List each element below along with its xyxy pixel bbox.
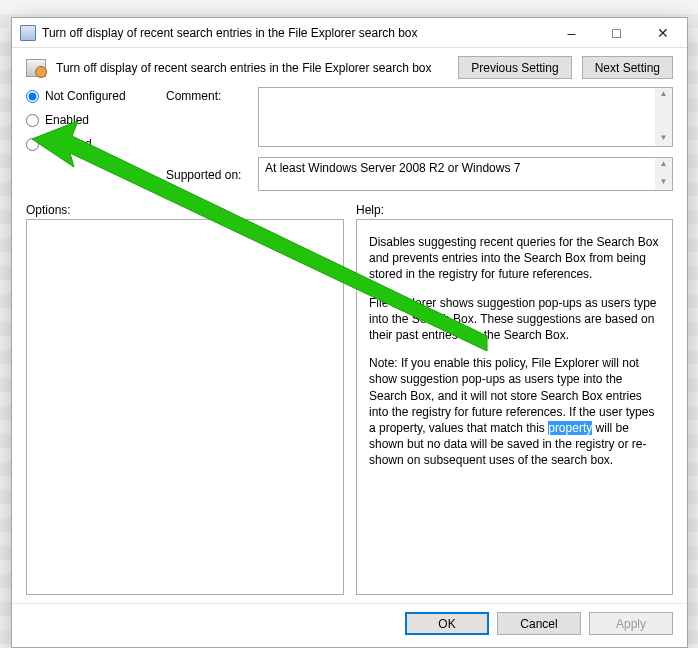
close-button[interactable]: ✕ (639, 19, 687, 47)
titlebar[interactable]: Turn off display of recent search entrie… (12, 18, 687, 48)
options-label: Options: (26, 203, 344, 217)
dialog-buttons: OK Cancel Apply (12, 603, 687, 647)
comment-row: Comment: ▲▼ (166, 87, 673, 147)
panes: Disables suggesting recent queries for t… (12, 217, 687, 603)
options-pane (26, 219, 344, 595)
policy-item-icon (26, 59, 46, 77)
radio-not-configured-label: Not Configured (45, 89, 126, 103)
radio-enabled[interactable]: Enabled (26, 113, 156, 127)
fields-column: Comment: ▲▼ Supported on: At least Windo… (166, 87, 673, 191)
policy-dialog: Turn off display of recent search entrie… (11, 17, 688, 648)
radio-not-configured-input[interactable] (26, 90, 39, 103)
policy-description: Turn off display of recent search entrie… (56, 61, 448, 75)
radio-disabled-label: Disabled (45, 137, 92, 151)
cancel-button[interactable]: Cancel (497, 612, 581, 635)
supported-field-wrap: At least Windows Server 2008 R2 or Windo… (258, 157, 673, 191)
config-row: Not Configured Enabled Disabled Comment:… (12, 87, 687, 197)
help-label: Help: (356, 203, 384, 217)
supported-scrollbar[interactable]: ▲▼ (655, 158, 672, 190)
supported-row: Supported on: At least Windows Server 20… (166, 157, 673, 191)
help-para-2: File Explorer shows suggestion pop-ups a… (369, 295, 660, 344)
policy-app-icon (20, 25, 36, 41)
minimize-button[interactable]: – (549, 19, 594, 47)
comment-label: Comment: (166, 87, 250, 103)
comment-scrollbar[interactable]: ▲▼ (655, 88, 672, 146)
state-radio-group: Not Configured Enabled Disabled (26, 87, 156, 191)
help-pane: Disables suggesting recent queries for t… (356, 219, 673, 595)
radio-enabled-input[interactable] (26, 114, 39, 127)
next-setting-button[interactable]: Next Setting (582, 56, 673, 79)
previous-setting-button[interactable]: Previous Setting (458, 56, 571, 79)
radio-enabled-label: Enabled (45, 113, 89, 127)
supported-value: At least Windows Server 2008 R2 or Windo… (259, 158, 655, 178)
radio-not-configured[interactable]: Not Configured (26, 89, 156, 103)
ok-button[interactable]: OK (405, 612, 489, 635)
apply-button: Apply (589, 612, 673, 635)
radio-disabled[interactable]: Disabled (26, 137, 156, 151)
maximize-button[interactable]: □ (594, 19, 639, 47)
comment-textarea[interactable] (259, 88, 655, 146)
subheader: Turn off display of recent search entrie… (12, 48, 687, 87)
comment-field-wrap: ▲▼ (258, 87, 673, 147)
pane-labels: Options: Help: (12, 197, 687, 217)
radio-disabled-input[interactable] (26, 138, 39, 151)
supported-label: Supported on: (166, 166, 250, 182)
help-para-3: Note: If you enable this policy, File Ex… (369, 355, 660, 468)
window-title: Turn off display of recent search entrie… (42, 26, 418, 40)
help-para-1: Disables suggesting recent queries for t… (369, 234, 660, 283)
help-p3-highlight: property (548, 421, 592, 435)
